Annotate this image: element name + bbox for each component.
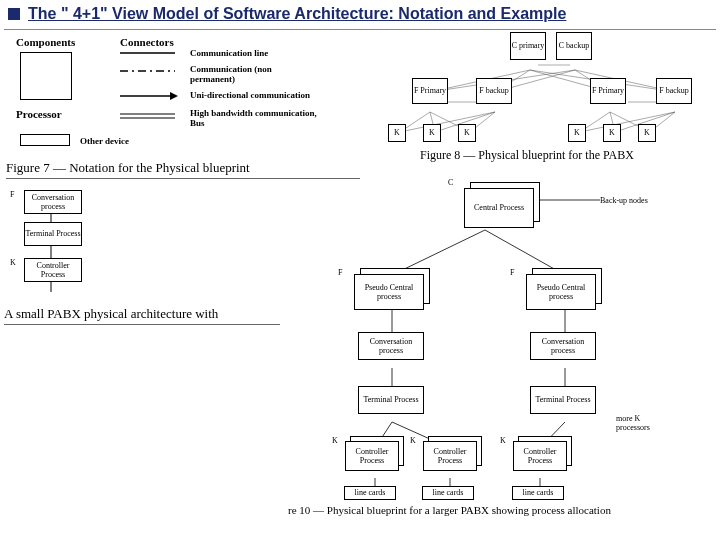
lf-conv: Conversation process [358, 332, 424, 360]
figure10-caption: re 10 — Physical blueprint for a larger … [288, 504, 611, 516]
node-f1-backup: F backup [476, 78, 512, 104]
rf-pcentral: Pseudo Central process [526, 274, 596, 310]
rf-label: F [510, 268, 514, 277]
node-k4: K [568, 124, 586, 142]
node-c-backup: C backup [556, 32, 592, 60]
midtext: A small PABX physical architecture with [4, 306, 218, 322]
label-comm-line: Communication line [190, 48, 268, 58]
node-k6: K [638, 124, 656, 142]
lf-pcentral: Pseudo Central process [354, 274, 424, 310]
backup-label: Back-up nodes [600, 196, 648, 205]
node-f1-primary: F Primary [412, 78, 448, 104]
k2-ctrl: Controller Process [423, 441, 477, 471]
node-c-primary: C primary [510, 32, 546, 60]
node-f2-primary: F Primary [590, 78, 626, 104]
line-bus-icon [120, 112, 180, 120]
k1-label: K [332, 436, 338, 445]
morek: more K processors [616, 414, 666, 432]
edge-s1 [50, 214, 52, 222]
line-nonperm-icon [120, 68, 180, 74]
lc2: line cards [422, 486, 474, 500]
edge-s2 [50, 246, 52, 258]
lc3: line cards [512, 486, 564, 500]
node-k2: K [423, 124, 441, 142]
label-bus: High bandwidth communication, Bus [190, 108, 330, 128]
c-central: Central Process [464, 188, 534, 228]
k2-label: K [410, 436, 416, 445]
c-label: C [448, 178, 453, 187]
small-ctrl: Controller Process [24, 258, 82, 282]
label-uni: Uni-directional communication [190, 90, 310, 100]
node-k1: K [388, 124, 406, 142]
k3-label: K [500, 436, 506, 445]
node-f2-backup: F backup [656, 78, 692, 104]
small-k-label: K [10, 258, 16, 267]
small-term: Terminal Process [24, 222, 82, 246]
rf-conv: Conversation process [530, 332, 596, 360]
processor-cube-icon [20, 52, 72, 100]
k3-ctrl: Controller Process [513, 441, 567, 471]
figure7-caption: Figure 7 — Notation for the Physical blu… [6, 160, 250, 176]
line-comm-icon [120, 50, 180, 56]
edge-s3 [50, 282, 52, 292]
figure8-caption: Figure 8 — Physical blueprint for the PA… [420, 148, 634, 163]
slide-title: The " 4+1" View Model of Software Archit… [28, 4, 566, 25]
lc1: line cards [344, 486, 396, 500]
mid-divider [4, 324, 280, 325]
label-processor: Processor [16, 108, 62, 120]
label-components: Components [16, 36, 75, 48]
label-other-device: Other device [80, 136, 129, 146]
diagram-content: Components Connectors Processor Other de… [0, 30, 720, 518]
rf-term: Terminal Process [530, 386, 596, 414]
svg-line-25 [580, 112, 675, 132]
small-f-label: F [10, 190, 14, 199]
node-k3: K [458, 124, 476, 142]
node-k5: K [603, 124, 621, 142]
small-conv: Conversation process [24, 190, 82, 214]
lf-label: F [338, 268, 342, 277]
title-bullet [8, 8, 20, 20]
label-connectors: Connectors [120, 36, 174, 48]
other-device-icon [20, 134, 70, 146]
label-nonperm: Communication (non permanent) [190, 64, 310, 84]
line-uni-icon [120, 92, 180, 100]
k1-ctrl: Controller Process [345, 441, 399, 471]
svg-line-19 [400, 112, 495, 132]
lf-term: Terminal Process [358, 386, 424, 414]
